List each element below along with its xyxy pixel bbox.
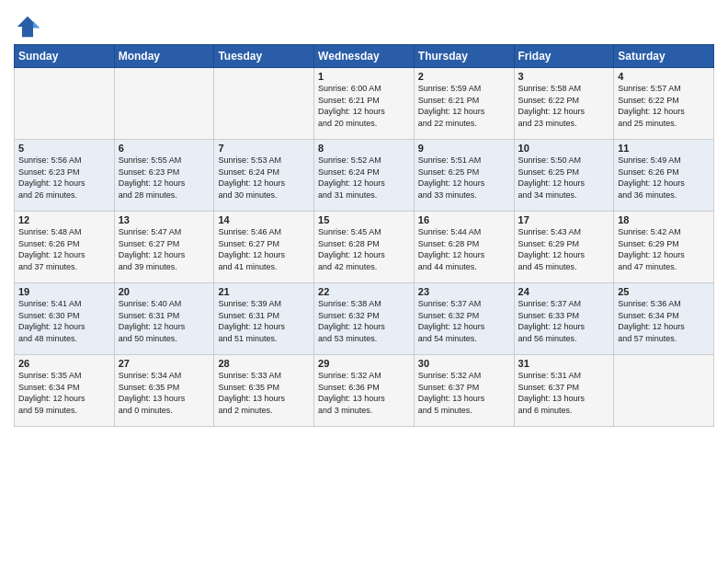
day-number: 29 [318, 358, 410, 369]
calendar-cell: 17Sunrise: 5:43 AMSunset: 6:29 PMDayligh… [514, 212, 614, 283]
calendar-cell: 30Sunrise: 5:32 AMSunset: 6:37 PMDayligh… [414, 355, 514, 427]
day-info: Sunrise: 5:55 AMSunset: 6:23 PMDaylight:… [119, 155, 210, 201]
day-info: Sunrise: 5:32 AMSunset: 6:36 PMDaylight:… [318, 370, 410, 416]
calendar-cell: 29Sunrise: 5:32 AMSunset: 6:36 PMDayligh… [314, 355, 415, 427]
day-info: Sunrise: 5:37 AMSunset: 6:32 PMDaylight:… [418, 298, 510, 344]
day-info: Sunrise: 5:57 AMSunset: 6:22 PMDaylight:… [618, 83, 710, 129]
day-number: 26 [18, 358, 110, 369]
day-number: 21 [218, 286, 310, 297]
day-info: Sunrise: 6:00 AMSunset: 6:21 PMDaylight:… [318, 83, 410, 129]
day-info: Sunrise: 5:52 AMSunset: 6:24 PMDaylight:… [318, 155, 410, 201]
day-number: 19 [18, 286, 110, 297]
day-number: 5 [18, 143, 110, 154]
day-number: 16 [418, 214, 510, 225]
day-info: Sunrise: 5:46 AMSunset: 6:27 PMDaylight:… [218, 226, 310, 272]
calendar-cell: 11Sunrise: 5:49 AMSunset: 6:26 PMDayligh… [614, 140, 714, 212]
day-number: 2 [418, 71, 510, 82]
day-number: 7 [218, 143, 310, 154]
day-number: 4 [618, 71, 710, 82]
day-header-sunday: Sunday [15, 45, 115, 68]
calendar-week-row: 1Sunrise: 6:00 AMSunset: 6:21 PMDaylight… [15, 68, 714, 140]
calendar-cell: 27Sunrise: 5:34 AMSunset: 6:35 PMDayligh… [114, 355, 214, 427]
day-number: 18 [618, 214, 710, 225]
calendar-cell: 16Sunrise: 5:44 AMSunset: 6:28 PMDayligh… [414, 212, 514, 283]
day-info: Sunrise: 5:31 AMSunset: 6:37 PMDaylight:… [518, 370, 610, 416]
calendar-cell: 7Sunrise: 5:53 AMSunset: 6:24 PMDaylight… [214, 140, 314, 212]
day-info: Sunrise: 5:35 AMSunset: 6:34 PMDaylight:… [18, 370, 110, 416]
day-number: 1 [318, 71, 410, 82]
calendar-cell: 24Sunrise: 5:37 AMSunset: 6:33 PMDayligh… [514, 283, 614, 355]
day-info: Sunrise: 5:43 AMSunset: 6:29 PMDaylight:… [518, 226, 610, 272]
day-number: 15 [318, 214, 410, 225]
calendar-cell: 14Sunrise: 5:46 AMSunset: 6:27 PMDayligh… [214, 212, 314, 283]
calendar-cell: 15Sunrise: 5:45 AMSunset: 6:28 PMDayligh… [314, 212, 415, 283]
day-number: 31 [518, 358, 610, 369]
day-number: 28 [218, 358, 310, 369]
day-info: Sunrise: 5:38 AMSunset: 6:32 PMDaylight:… [318, 298, 410, 344]
logo [14, 13, 45, 40]
day-info: Sunrise: 5:56 AMSunset: 6:23 PMDaylight:… [18, 155, 110, 201]
calendar-cell [214, 68, 314, 140]
svg-marker-2 [33, 21, 40, 29]
day-number: 27 [119, 358, 210, 369]
calendar-cell [15, 68, 115, 140]
day-info: Sunrise: 5:58 AMSunset: 6:22 PMDaylight:… [518, 83, 610, 129]
day-number: 30 [418, 358, 510, 369]
day-info: Sunrise: 5:34 AMSunset: 6:35 PMDaylight:… [119, 370, 210, 416]
calendar-week-row: 5Sunrise: 5:56 AMSunset: 6:23 PMDaylight… [15, 140, 714, 212]
day-info: Sunrise: 5:32 AMSunset: 6:37 PMDaylight:… [418, 370, 510, 416]
day-number: 13 [119, 214, 210, 225]
day-number: 25 [618, 286, 710, 297]
calendar-cell: 20Sunrise: 5:40 AMSunset: 6:31 PMDayligh… [114, 283, 214, 355]
day-info: Sunrise: 5:44 AMSunset: 6:28 PMDaylight:… [418, 226, 510, 272]
calendar-cell: 22Sunrise: 5:38 AMSunset: 6:32 PMDayligh… [314, 283, 415, 355]
day-number: 11 [618, 143, 710, 154]
calendar-cell: 1Sunrise: 6:00 AMSunset: 6:21 PMDaylight… [314, 68, 415, 140]
day-info: Sunrise: 5:36 AMSunset: 6:34 PMDaylight:… [618, 298, 710, 344]
day-header-wednesday: Wednesday [314, 45, 415, 68]
calendar-cell: 28Sunrise: 5:33 AMSunset: 6:35 PMDayligh… [214, 355, 314, 427]
day-info: Sunrise: 5:40 AMSunset: 6:31 PMDaylight:… [119, 298, 210, 344]
day-info: Sunrise: 5:50 AMSunset: 6:25 PMDaylight:… [518, 155, 610, 201]
calendar-cell: 10Sunrise: 5:50 AMSunset: 6:25 PMDayligh… [514, 140, 614, 212]
day-info: Sunrise: 5:33 AMSunset: 6:35 PMDaylight:… [218, 370, 310, 416]
calendar-cell: 31Sunrise: 5:31 AMSunset: 6:37 PMDayligh… [514, 355, 614, 427]
day-info: Sunrise: 5:53 AMSunset: 6:24 PMDaylight:… [218, 155, 310, 201]
calendar-cell [114, 68, 214, 140]
header [14, 9, 714, 40]
calendar-cell: 2Sunrise: 5:59 AMSunset: 6:21 PMDaylight… [414, 68, 514, 140]
calendar-week-row: 19Sunrise: 5:41 AMSunset: 6:30 PMDayligh… [15, 283, 714, 355]
calendar-cell: 18Sunrise: 5:42 AMSunset: 6:29 PMDayligh… [614, 212, 714, 283]
main-container: SundayMondayTuesdayWednesdayThursdayFrid… [0, 0, 728, 431]
day-number: 23 [418, 286, 510, 297]
day-number: 10 [518, 143, 610, 154]
calendar-cell: 26Sunrise: 5:35 AMSunset: 6:34 PMDayligh… [15, 355, 115, 427]
day-info: Sunrise: 5:48 AMSunset: 6:26 PMDaylight:… [18, 226, 110, 272]
day-info: Sunrise: 5:37 AMSunset: 6:33 PMDaylight:… [518, 298, 610, 344]
day-header-thursday: Thursday [414, 45, 514, 68]
day-info: Sunrise: 5:49 AMSunset: 6:26 PMDaylight:… [618, 155, 710, 201]
calendar-cell: 9Sunrise: 5:51 AMSunset: 6:25 PMDaylight… [414, 140, 514, 212]
calendar-week-row: 26Sunrise: 5:35 AMSunset: 6:34 PMDayligh… [15, 355, 714, 427]
calendar-table: SundayMondayTuesdayWednesdayThursdayFrid… [14, 44, 714, 427]
day-header-monday: Monday [114, 45, 214, 68]
day-info: Sunrise: 5:51 AMSunset: 6:25 PMDaylight:… [418, 155, 510, 201]
calendar-cell: 8Sunrise: 5:52 AMSunset: 6:24 PMDaylight… [314, 140, 415, 212]
calendar-cell: 4Sunrise: 5:57 AMSunset: 6:22 PMDaylight… [614, 68, 714, 140]
calendar-cell: 3Sunrise: 5:58 AMSunset: 6:22 PMDaylight… [514, 68, 614, 140]
day-number: 3 [518, 71, 610, 82]
calendar-cell: 25Sunrise: 5:36 AMSunset: 6:34 PMDayligh… [614, 283, 714, 355]
calendar-cell: 6Sunrise: 5:55 AMSunset: 6:23 PMDaylight… [114, 140, 214, 212]
day-number: 17 [518, 214, 610, 225]
day-header-tuesday: Tuesday [214, 45, 314, 68]
day-info: Sunrise: 5:41 AMSunset: 6:30 PMDaylight:… [18, 298, 110, 344]
calendar-week-row: 12Sunrise: 5:48 AMSunset: 6:26 PMDayligh… [15, 212, 714, 283]
logo-icon [14, 13, 41, 40]
day-header-friday: Friday [514, 45, 614, 68]
calendar-header-row: SundayMondayTuesdayWednesdayThursdayFrid… [15, 45, 714, 68]
calendar-cell: 23Sunrise: 5:37 AMSunset: 6:32 PMDayligh… [414, 283, 514, 355]
day-number: 8 [318, 143, 410, 154]
day-number: 22 [318, 286, 410, 297]
day-info: Sunrise: 5:39 AMSunset: 6:31 PMDaylight:… [218, 298, 310, 344]
day-number: 24 [518, 286, 610, 297]
